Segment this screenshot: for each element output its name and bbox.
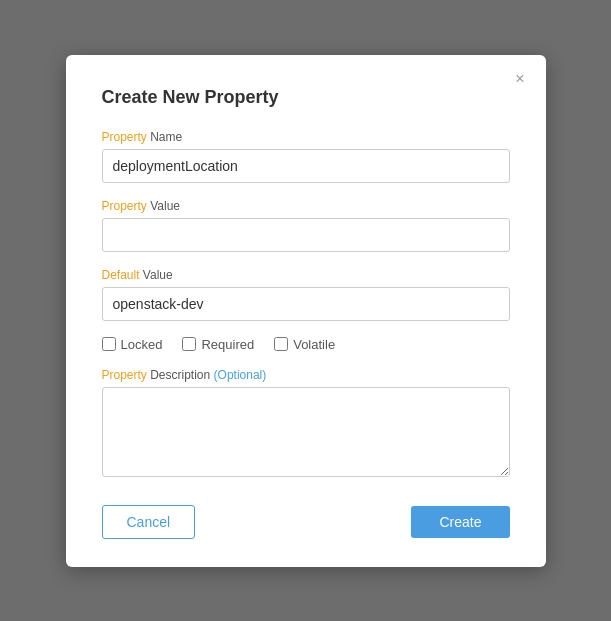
property-value-label-property: Property: [102, 199, 147, 213]
modal-title: Create New Property: [102, 87, 510, 108]
property-desc-label-optional: (Optional): [210, 368, 266, 382]
property-value-group: Property Value: [102, 199, 510, 252]
property-name-label: Property Name: [102, 130, 510, 144]
default-value-label: Default Value: [102, 268, 510, 282]
create-property-modal: × Create New Property Property Name Prop…: [66, 55, 546, 567]
property-value-label-rest: Value: [147, 199, 180, 213]
property-value-input[interactable]: [102, 218, 510, 252]
property-description-group: Property Description (Optional): [102, 368, 510, 481]
default-value-label-property: Default: [102, 268, 140, 282]
locked-label: Locked: [121, 337, 163, 352]
property-value-label: Property Value: [102, 199, 510, 213]
volatile-label: Volatile: [293, 337, 335, 352]
locked-checkbox[interactable]: [102, 337, 116, 351]
property-name-group: Property Name: [102, 130, 510, 183]
close-button[interactable]: ×: [510, 69, 529, 89]
volatile-checkbox[interactable]: [274, 337, 288, 351]
required-checkbox-item: Required: [182, 337, 254, 352]
property-desc-label-property: Property: [102, 368, 147, 382]
property-name-label-property: Property: [102, 130, 147, 144]
default-value-input[interactable]: [102, 287, 510, 321]
property-description-textarea[interactable]: [102, 387, 510, 477]
required-label: Required: [201, 337, 254, 352]
cancel-button[interactable]: Cancel: [102, 505, 196, 539]
default-value-label-rest: Value: [140, 268, 173, 282]
default-value-group: Default Value: [102, 268, 510, 321]
checkboxes-row: Locked Required Volatile: [102, 337, 510, 352]
property-name-label-rest: Name: [147, 130, 182, 144]
volatile-checkbox-item: Volatile: [274, 337, 335, 352]
property-name-input[interactable]: [102, 149, 510, 183]
create-button[interactable]: Create: [411, 506, 509, 538]
required-checkbox[interactable]: [182, 337, 196, 351]
property-description-label: Property Description (Optional): [102, 368, 510, 382]
modal-footer: Cancel Create: [102, 505, 510, 539]
property-desc-label-rest: Description: [147, 368, 210, 382]
locked-checkbox-item: Locked: [102, 337, 163, 352]
